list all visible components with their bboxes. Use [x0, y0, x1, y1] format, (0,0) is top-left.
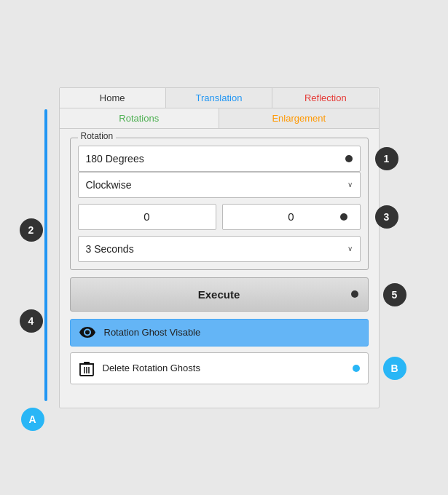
delete-indicator: [353, 365, 360, 372]
delete-ghost-button[interactable]: Delete Rotation Ghosts: [70, 352, 369, 384]
clockwise-select[interactable]: Clockwise ∨: [78, 172, 361, 198]
degree-indicator: [345, 155, 353, 162]
badge-b: B: [383, 357, 406, 380]
badge-3: 3: [375, 205, 398, 229]
group-label: Rotation: [78, 131, 117, 141]
main-wrapper: 2 4 A Home Translation Reflection Rotati…: [31, 87, 417, 408]
tab-translation[interactable]: Translation: [166, 88, 272, 108]
panel-content: Rotation 180 Degrees 1 Clockwise ∨: [60, 129, 379, 399]
eye-icon: [79, 327, 95, 338]
num-field-1[interactable]: 0: [78, 204, 216, 230]
tab-reflection[interactable]: Reflection: [272, 88, 378, 108]
tab-enlargement[interactable]: Enlargement: [219, 108, 379, 128]
rotation-group: Rotation 180 Degrees 1 Clockwise ∨: [70, 138, 369, 270]
badge-2: 2: [20, 218, 43, 242]
ghost-visible-button[interactable]: Rotation Ghost Visable: [70, 319, 369, 346]
trash-icon: [79, 360, 94, 376]
badge-4: 4: [20, 309, 43, 333]
tab-rotations[interactable]: Rotations: [60, 108, 220, 128]
seconds-select[interactable]: 3 Seconds ∨: [78, 236, 361, 262]
num2-indicator: [340, 213, 347, 221]
execute-button[interactable]: Execute: [70, 277, 369, 312]
badge-5: 5: [383, 283, 406, 306]
chevron-icon-2: ∨: [347, 245, 353, 253]
num-field-2[interactable]: 0: [222, 204, 361, 230]
badge-1: 1: [375, 147, 398, 170]
num-fields-row: 0 0 3: [78, 204, 361, 230]
left-accent-line: [44, 109, 47, 401]
tabs-row2: Rotations Enlargement: [60, 108, 379, 129]
degree-field[interactable]: 180 Degrees: [78, 146, 361, 172]
tab-home[interactable]: Home: [60, 88, 166, 108]
chevron-icon: ∨: [347, 181, 353, 189]
badge-a: A: [21, 408, 44, 431]
main-panel: Home Translation Reflection Rotations En…: [59, 87, 380, 408]
execute-indicator: [351, 290, 358, 298]
tabs-row1: Home Translation Reflection: [60, 88, 379, 108]
